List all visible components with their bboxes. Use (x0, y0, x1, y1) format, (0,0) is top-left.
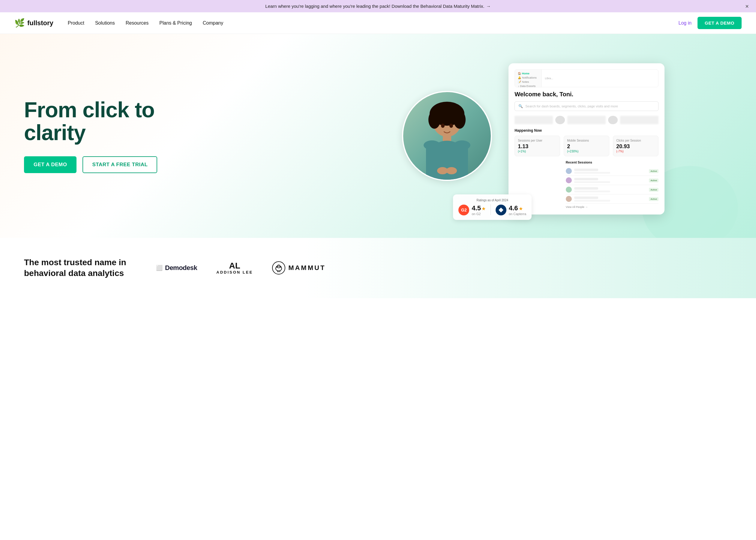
metric-value-2: 2 (567, 143, 606, 150)
demodesk-text: Demodesk (165, 264, 197, 272)
hero-heading: From click to clarity (24, 99, 374, 144)
happening-now-label: Happening Now (515, 128, 659, 133)
sidebar-notifications: 🔔 Notifications (518, 76, 539, 79)
nav-item-product[interactable]: Product (68, 20, 84, 26)
metric-label-2: Mobile Sessions (567, 139, 606, 142)
dashboard-card: 🏠 Home 🔔 Notifications 📝 Notes ↓ Data Ex… (509, 63, 665, 214)
person-silhouette-icon (414, 102, 480, 180)
metric-value-3: 20.93 (616, 143, 655, 150)
announcement-text: Learn where you're lagging and where you… (265, 4, 484, 9)
search-icon: 🔍 (518, 104, 523, 108)
svg-marker-15 (499, 207, 503, 212)
metric-change-2: (+230%) (567, 150, 606, 153)
hero-trial-button[interactable]: START A FREE TRIAL (82, 156, 157, 173)
hero-left: From click to clarity GET A DEMO START A… (0, 34, 393, 238)
capterra-score: 4.6 (509, 204, 518, 212)
sidebar-data-exports: ↓ Data Exports (518, 84, 539, 87)
session-row-2: Active (566, 176, 659, 185)
person-photo (402, 91, 492, 181)
announcement-close-button[interactable]: × (745, 3, 749, 9)
announcement-arrow: → (486, 4, 491, 9)
logo-icon: 🌿 (14, 18, 25, 28)
metric-clicks-per-session: Clicks per Session 20.93 (-7%) (613, 136, 659, 156)
mammut-logo: MAMMUT (272, 261, 325, 275)
svg-point-5 (446, 105, 459, 115)
session-badge-3: Active (649, 188, 659, 192)
g2-rating: G2 4.5 ★ on G2 (458, 204, 486, 216)
dashboard-welcome-text: Welcome back, Toni. (515, 91, 659, 98)
g2-logo: G2 (458, 204, 469, 215)
capterra-star-icon: ★ (519, 206, 523, 211)
trusted-section: The most trusted name in behavioral data… (0, 238, 756, 298)
nav-item-solutions[interactable]: Solutions (95, 20, 115, 26)
nav-actions: Log in GET A DEMO (679, 17, 742, 29)
logo-link[interactable]: 🌿 fullstory (14, 18, 54, 28)
demodesk-logo: ⬜ Demodesk (156, 264, 197, 272)
hero-cta-row: GET A DEMO START A FREE TRIAL (24, 156, 374, 173)
nav-link-product[interactable]: Product (68, 20, 84, 26)
svg-point-11 (441, 124, 444, 128)
hero-demo-button[interactable]: GET A DEMO (24, 156, 76, 173)
session-badge-4: Active (649, 197, 659, 201)
announcement-bar: Learn where you're lagging and where you… (0, 0, 756, 12)
hero-section: From click to clarity GET A DEMO START A… (0, 34, 756, 238)
sidebar-home: 🏠 Home (518, 72, 539, 75)
sidebar-library: Libra... (545, 77, 553, 80)
metric-change-1: (+1%) (518, 150, 557, 153)
nav-item-company[interactable]: Company (203, 20, 223, 26)
addison-lee-letters: AL (229, 262, 240, 270)
metric-change-3: (-7%) (616, 150, 655, 153)
capterra-icon (498, 207, 504, 213)
ratings-divider (490, 204, 491, 215)
main-nav: 🌿 fullstory Product Solutions Resources … (0, 12, 756, 34)
nav-link-pricing[interactable]: Plans & Pricing (159, 20, 192, 26)
logo-text: fullstory (27, 19, 54, 27)
nav-link-company[interactable]: Company (203, 20, 223, 26)
svg-point-12 (449, 124, 453, 128)
logos-row: ⬜ Demodesk AL ADDISON LEE MAMMUT (156, 261, 732, 275)
nav-links: Product Solutions Resources Plans & Pric… (68, 20, 679, 26)
hero-heading-line2: clarity (24, 121, 85, 145)
recent-sessions-label: Recent Sessions (566, 161, 659, 164)
session-row-4: Active (566, 195, 659, 204)
sidebar-notes: 📝 Notes (518, 80, 539, 83)
nav-link-solutions[interactable]: Solutions (95, 20, 115, 26)
dashboard-search-bar[interactable]: 🔍 Search for dash boards, segments, clic… (515, 101, 659, 111)
ratings-date: Ratings as of April 2024 (458, 199, 526, 202)
metric-label-1: Sessions per User (518, 139, 557, 142)
view-all-people[interactable]: View All People → (566, 205, 659, 208)
demodesk-icon: ⬜ (156, 265, 163, 271)
capterra-platform: on Capterra (509, 212, 526, 216)
addison-lee-logo: AL ADDISON LEE (216, 262, 253, 275)
session-badge-2: Active (649, 179, 659, 183)
login-link[interactable]: Log in (679, 20, 692, 26)
capterra-rating: 4.6 ★ on Capterra (496, 204, 526, 216)
session-badge-1: Active (649, 169, 659, 173)
nav-demo-button[interactable]: GET A DEMO (697, 17, 742, 29)
mammut-text: MAMMUT (288, 264, 325, 272)
nav-item-pricing[interactable]: Plans & Pricing (159, 20, 192, 26)
mammut-icon (272, 261, 285, 275)
capterra-logo (496, 204, 506, 215)
trusted-text: The most trusted name in behavioral data… (24, 257, 132, 279)
metric-value-1: 1.13 (518, 143, 557, 150)
svg-point-14 (446, 167, 457, 174)
svg-point-10 (453, 140, 470, 150)
metric-label-3: Clicks per Session (616, 139, 655, 142)
session-row-3: Active (566, 185, 659, 195)
nav-link-resources[interactable]: Resources (126, 20, 149, 26)
g2-score: 4.5 (472, 204, 481, 212)
metric-mobile-sessions: Mobile Sessions 2 (+230%) (564, 136, 609, 156)
g2-platform: on G2 (472, 212, 486, 216)
hero-right: 🏠 Home 🔔 Notifications 📝 Notes ↓ Data Ex… (393, 34, 756, 238)
ratings-area: Ratings as of April 2024 G2 4.5 ★ on G2 (453, 195, 532, 220)
search-placeholder-text: Search for dash boards, segments, clicks… (525, 104, 618, 108)
svg-point-9 (424, 140, 441, 150)
ratings-row: G2 4.5 ★ on G2 (458, 204, 526, 216)
hero-heading-line1: From click to (24, 98, 155, 122)
addison-lee-text: ADDISON LEE (216, 270, 253, 275)
svg-point-4 (435, 105, 447, 115)
mammut-mammoth-icon (275, 264, 283, 272)
ratings-card: Ratings as of April 2024 G2 4.5 ★ on G2 (453, 195, 532, 220)
nav-item-resources[interactable]: Resources (126, 20, 149, 26)
